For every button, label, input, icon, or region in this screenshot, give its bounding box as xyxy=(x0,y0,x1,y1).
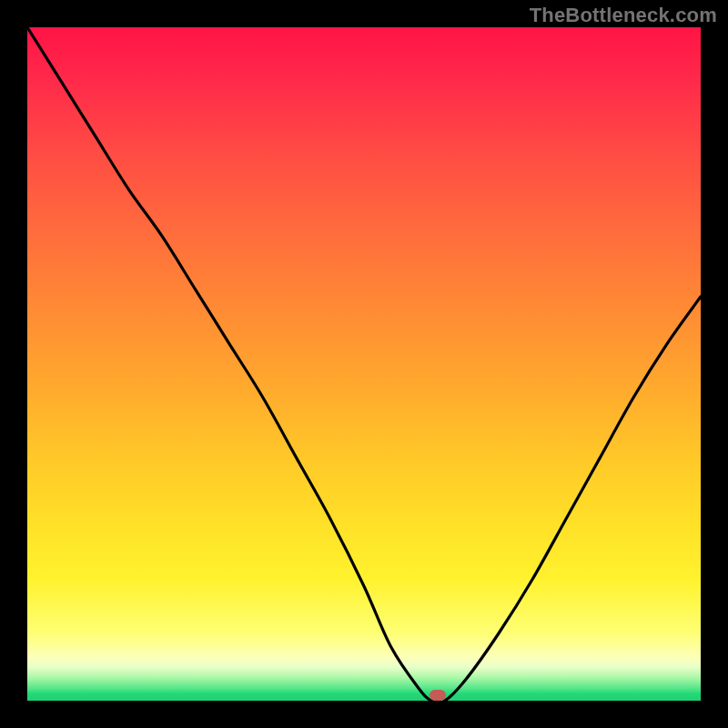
optimal-point-marker xyxy=(430,690,446,701)
plot-area xyxy=(27,27,701,701)
bottleneck-curve xyxy=(27,27,701,701)
chart-container: TheBottleneck.com xyxy=(0,0,728,728)
watermark-text: TheBottleneck.com xyxy=(530,4,717,27)
